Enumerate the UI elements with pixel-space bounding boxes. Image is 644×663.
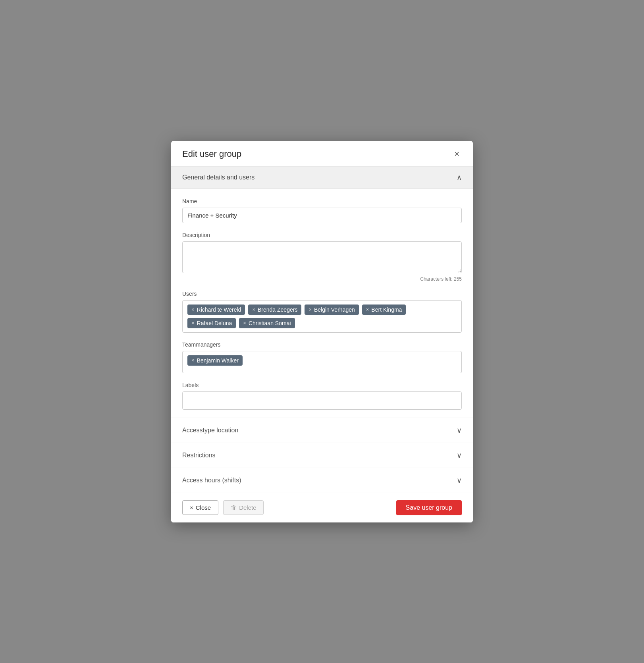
general-section-header[interactable]: General details and users ∧ <box>171 167 473 189</box>
teammanager-tag-benjamin-remove[interactable]: × <box>191 358 195 363</box>
labels-tags-box[interactable] <box>182 391 462 410</box>
teammanager-tag-benjamin-label: Benjamin Walker <box>197 357 239 364</box>
restrictions-section[interactable]: Restrictions ∨ <box>171 443 473 468</box>
modal-footer: × Close 🗑 Delete Save user group <box>171 493 473 522</box>
teammanagers-field-group: Teammanagers × Benjamin Walker <box>182 341 462 373</box>
user-tag-belgin-remove[interactable]: × <box>309 307 312 312</box>
user-tag-richard-label: Richard te Wereld <box>197 306 241 313</box>
users-label: Users <box>182 291 462 297</box>
user-tag-christiaan: × Christiaan Somai <box>239 318 295 328</box>
accesstype-section[interactable]: Accesstype location ∨ <box>171 418 473 443</box>
user-tag-rafael: × Rafael Deluna <box>187 318 236 328</box>
description-textarea[interactable] <box>182 241 462 273</box>
footer-left: × Close 🗑 Delete <box>182 500 264 515</box>
users-tags-box[interactable]: × Richard te Wereld × Brenda Zeegers × B… <box>182 300 462 333</box>
description-textarea-wrapper: Characters left: 255 <box>182 241 462 282</box>
accesstype-section-label: Accesstype location <box>182 427 238 434</box>
user-tag-richard: × Richard te Wereld <box>187 305 245 315</box>
description-field-group: Description Characters left: 255 <box>182 232 462 282</box>
access-hours-section[interactable]: Access hours (shifts) ∨ <box>171 468 473 493</box>
general-section-body: Name Description Characters left: 255 Us… <box>171 189 473 418</box>
close-button[interactable]: × Close <box>182 500 218 515</box>
modal-header: Edit user group × <box>171 141 473 167</box>
delete-label: Delete <box>239 504 256 511</box>
user-tag-rafael-remove[interactable]: × <box>191 320 195 326</box>
modal-close-x-button[interactable]: × <box>452 149 462 159</box>
modal-title: Edit user group <box>182 149 241 159</box>
name-field-group: Name <box>182 198 462 223</box>
access-hours-chevron-icon: ∨ <box>457 476 462 485</box>
users-field-group: Users × Richard te Wereld × Brenda Zeege… <box>182 291 462 333</box>
user-tag-bert-label: Bert Kingma <box>371 306 402 313</box>
user-tag-christiaan-label: Christiaan Somai <box>249 320 291 326</box>
user-tag-belgin: × Belgin Verhagen <box>305 305 359 315</box>
save-user-group-button[interactable]: Save user group <box>396 500 462 515</box>
restrictions-section-label: Restrictions <box>182 452 216 459</box>
teammanager-tag-benjamin: × Benjamin Walker <box>187 355 243 366</box>
delete-icon: 🗑 <box>231 504 237 511</box>
user-tag-richard-remove[interactable]: × <box>191 307 195 312</box>
general-chevron-icon: ∧ <box>457 173 462 182</box>
description-label: Description <box>182 232 462 238</box>
close-label: Close <box>196 504 211 511</box>
general-section-label: General details and users <box>182 174 255 181</box>
user-tag-brenda-remove[interactable]: × <box>252 307 255 312</box>
chars-left-label: Characters left: 255 <box>182 276 462 282</box>
edit-user-group-modal: Edit user group × General details and us… <box>171 141 473 522</box>
user-tag-belgin-label: Belgin Verhagen <box>314 306 355 313</box>
user-tag-bert: × Bert Kingma <box>362 305 406 315</box>
access-hours-section-label: Access hours (shifts) <box>182 477 241 484</box>
user-tag-rafael-label: Rafael Deluna <box>197 320 232 326</box>
labels-field-group: Labels <box>182 382 462 410</box>
user-tag-christiaan-remove[interactable]: × <box>243 320 246 326</box>
teammanagers-label: Teammanagers <box>182 341 462 348</box>
name-label: Name <box>182 198 462 204</box>
labels-label: Labels <box>182 382 462 388</box>
restrictions-chevron-icon: ∨ <box>457 451 462 460</box>
user-tag-brenda-label: Brenda Zeegers <box>258 306 297 313</box>
teammanagers-tags-box[interactable]: × Benjamin Walker <box>182 351 462 373</box>
name-input[interactable] <box>182 208 462 223</box>
delete-button[interactable]: 🗑 Delete <box>223 500 264 515</box>
accesstype-chevron-icon: ∨ <box>457 426 462 435</box>
user-tag-brenda: × Brenda Zeegers <box>248 305 301 315</box>
close-icon: × <box>190 504 193 511</box>
user-tag-bert-remove[interactable]: × <box>366 307 369 312</box>
